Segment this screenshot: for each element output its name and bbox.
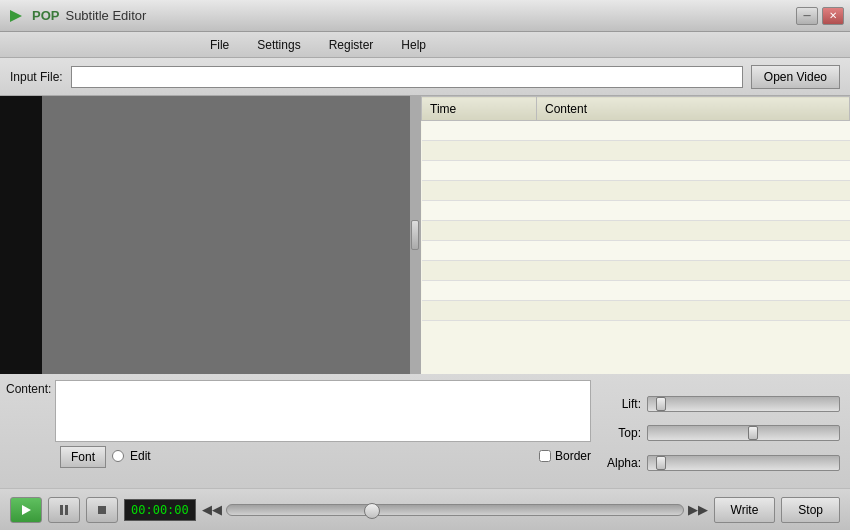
svg-rect-3 <box>65 505 68 515</box>
content-top-row: Content: <box>6 380 591 442</box>
alpha-slider[interactable] <box>647 455 840 471</box>
table-row[interactable] <box>422 241 850 261</box>
video-scrollbar[interactable] <box>410 96 420 374</box>
edit-radio[interactable] <box>112 450 124 462</box>
title-bar: POP Subtitle Editor ─ ✕ <box>0 0 850 32</box>
lift-label: Lift: <box>603 397 641 411</box>
col-time: Time <box>422 97 537 121</box>
edit-label: Edit <box>130 449 151 463</box>
table-row[interactable] <box>422 201 850 221</box>
seek-forward-button[interactable]: ▶▶ <box>688 502 708 517</box>
seek-bar[interactable] <box>226 504 684 516</box>
input-file-label: Input File: <box>10 70 63 84</box>
menu-register[interactable]: Register <box>325 36 378 54</box>
table-row[interactable] <box>422 281 850 301</box>
svg-marker-0 <box>10 10 22 22</box>
font-button[interactable]: Font <box>60 446 106 468</box>
col-content: Content <box>537 97 850 121</box>
table-row[interactable] <box>422 121 850 141</box>
menu-bar: File Settings Register Help <box>0 32 850 58</box>
top-slider[interactable] <box>647 425 840 441</box>
title-left: POP Subtitle Editor <box>6 6 146 26</box>
table-row[interactable] <box>422 141 850 161</box>
border-checkbox[interactable] <box>539 450 551 462</box>
top-thumb <box>748 426 758 440</box>
svg-rect-4 <box>98 506 106 514</box>
title-text: Subtitle Editor <box>65 8 146 23</box>
stop-square-button[interactable] <box>86 497 118 523</box>
svg-rect-2 <box>60 505 63 515</box>
title-pop: POP <box>32 8 59 23</box>
right-sliders-area: Lift: Top: Alpha: <box>599 380 844 486</box>
table-row[interactable] <box>422 301 850 321</box>
left-content-area: Content: Font Edit Border <box>6 380 591 486</box>
table-row[interactable] <box>422 161 850 181</box>
app-icon <box>6 6 26 26</box>
write-button[interactable]: Write <box>714 497 776 523</box>
top-label: Top: <box>603 426 641 440</box>
menu-file[interactable]: File <box>206 36 233 54</box>
transport-row: 00:00:00 ◀◀ ▶▶ Write Stop <box>0 488 850 530</box>
close-button[interactable]: ✕ <box>822 7 844 25</box>
pause-button[interactable] <box>48 497 80 523</box>
alpha-row: Alpha: <box>603 455 840 471</box>
content-label: Content: <box>6 382 51 396</box>
video-center <box>42 96 410 374</box>
border-label: Border <box>555 449 591 463</box>
open-video-button[interactable]: Open Video <box>751 65 840 89</box>
main-area: Time Content <box>0 96 850 374</box>
seek-bar-container: ◀◀ ▶▶ <box>202 502 708 517</box>
pause-icon <box>58 504 70 516</box>
top-row: Top: <box>603 425 840 441</box>
minimize-button[interactable]: ─ <box>796 7 818 25</box>
lift-slider[interactable] <box>647 396 840 412</box>
seek-back-button[interactable]: ◀◀ <box>202 502 222 517</box>
menu-items: File Settings Register Help <box>206 36 450 54</box>
table-row[interactable] <box>422 261 850 281</box>
font-edit-btns: Font Edit <box>60 444 151 468</box>
full-bottom: Content: Font Edit Border Lift: <box>0 374 850 530</box>
svg-marker-1 <box>22 505 31 515</box>
stop-button[interactable]: Stop <box>781 497 840 523</box>
table-row[interactable] <box>422 181 850 201</box>
title-controls: ─ ✕ <box>796 7 844 25</box>
menu-settings[interactable]: Settings <box>253 36 304 54</box>
seek-thumb <box>364 503 380 519</box>
lift-row: Lift: <box>603 396 840 412</box>
subtitle-table-container: Time Content <box>420 96 850 374</box>
video-scroll-thumb <box>411 220 419 250</box>
stop-icon <box>96 504 108 516</box>
menu-help[interactable]: Help <box>397 36 430 54</box>
alpha-thumb <box>656 456 666 470</box>
controls-middle: Content: Font Edit Border Lift: <box>0 374 850 488</box>
play-icon <box>20 504 32 516</box>
table-row[interactable] <box>422 221 850 241</box>
input-file-field[interactable] <box>71 66 743 88</box>
alpha-label: Alpha: <box>603 456 641 470</box>
video-black-left <box>0 96 42 374</box>
content-textarea[interactable] <box>55 380 591 442</box>
lift-thumb <box>656 397 666 411</box>
border-area: Border <box>539 449 591 463</box>
play-button[interactable] <box>10 497 42 523</box>
video-panel <box>0 96 420 374</box>
subtitle-tbody <box>422 121 850 321</box>
subtitle-table: Time Content <box>421 96 850 321</box>
bottom-sub-row: Font Edit Border <box>6 444 591 468</box>
time-display: 00:00:00 <box>124 499 196 521</box>
input-row: Input File: Open Video <box>0 58 850 96</box>
